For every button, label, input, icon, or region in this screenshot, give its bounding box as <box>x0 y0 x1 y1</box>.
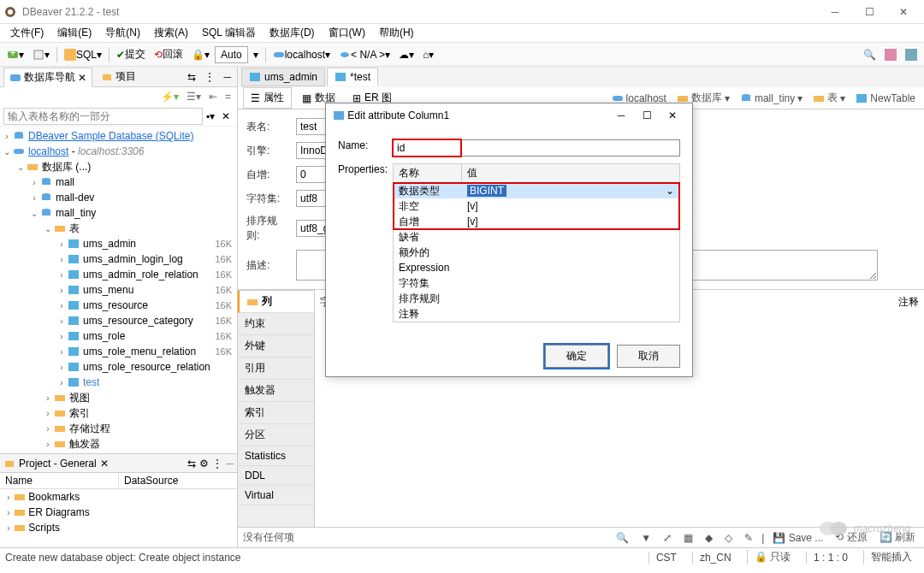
prop-tab-indexes[interactable]: 索引 <box>238 402 314 424</box>
prop-row[interactable]: 缺省 <box>394 229 679 245</box>
prop-tab-stats[interactable]: Statistics <box>238 446 314 466</box>
tree-table-row[interactable]: ›ums_admin16K <box>0 236 237 251</box>
bc-tables[interactable]: 表 ▾ <box>809 89 849 107</box>
panel-min-button[interactable]: ─ <box>221 69 234 85</box>
dialog-title-bar[interactable]: Edit attribute Column1 ─ ☐ ✕ <box>326 103 692 127</box>
commit-button[interactable]: ✔提交 <box>113 45 149 63</box>
prop-tab-triggers[interactable]: 触发器 <box>238 380 314 402</box>
add-icon[interactable]: ◆ <box>702 530 716 546</box>
menu-search[interactable]: 搜索(A) <box>147 24 195 42</box>
menu-nav[interactable]: 导航(N) <box>98 24 147 42</box>
dlg-props-table[interactable]: 名称值 数据类型BIGINT⌄ 非空[v] 自增[v] 缺省 额外的 Expre… <box>393 163 680 322</box>
tree-triggers[interactable]: 触发器 <box>69 437 100 452</box>
project-config-button[interactable]: ⚙ <box>199 458 209 470</box>
link-editor-button[interactable]: ⇆ <box>185 69 198 85</box>
edit-icon[interactable]: ✎ <box>741 530 756 546</box>
sql-button[interactable]: SQL▾ <box>61 47 105 62</box>
project-min-button[interactable]: ─ <box>226 458 234 470</box>
maximize-button[interactable]: ☐ <box>852 0 886 24</box>
bc-table[interactable]: NewTable <box>852 91 919 106</box>
editor-tab-test[interactable]: *test <box>327 68 378 86</box>
prop-row[interactable]: Expression <box>394 260 679 275</box>
menu-window[interactable]: 窗口(W) <box>322 24 372 42</box>
dialog-min-button[interactable]: ─ <box>608 109 634 121</box>
grid-icon[interactable]: ▦ <box>680 530 696 546</box>
dialog-ok-button[interactable]: 确定 <box>545 345 608 368</box>
dialog-max-button[interactable]: ☐ <box>634 109 660 121</box>
project-col-ds[interactable]: DataSource <box>119 473 237 488</box>
tree-table-row[interactable]: ›ums_admin_role_relation16K <box>0 267 237 282</box>
tree-root[interactable]: DBeaver Sample Database (SQLite) <box>28 130 193 142</box>
menu-sql[interactable]: SQL 编辑器 <box>195 24 263 42</box>
project-item[interactable]: › Bookmarks <box>0 489 237 505</box>
search-button[interactable]: 🔍 <box>860 47 880 62</box>
cloud-button[interactable]: ☁▾ <box>395 47 418 62</box>
expand-icon[interactable]: ⤢ <box>660 530 675 546</box>
nav-connect-button[interactable]: ⚡▾ <box>158 90 181 103</box>
auto-commit-combo[interactable]: Auto <box>215 46 248 63</box>
dialog-cancel-button[interactable]: 取消 <box>617 345 680 368</box>
prop-row[interactable]: 字符集 <box>394 275 679 291</box>
perspective-db-button[interactable] <box>881 47 900 62</box>
tree-table-row[interactable]: ›ums_resource16K <box>0 298 237 313</box>
editor-tab-umsadmin[interactable]: ums_admin <box>241 68 325 86</box>
prop-tab-columns[interactable]: 列 <box>238 291 314 313</box>
new-button[interactable]: ▾ <box>29 47 53 62</box>
tree-views[interactable]: 视图 <box>69 391 90 405</box>
nav-collapse-button[interactable]: ⇤ <box>206 90 220 103</box>
tree-table-row[interactable]: ›ums_menu16K <box>0 282 237 298</box>
conn-combo[interactable]: localhost ▾ <box>270 47 334 62</box>
new-connection-button[interactable]: +▾ <box>3 47 27 62</box>
tree-table-row[interactable]: ›ums_role16K <box>0 328 237 344</box>
nav-refresh-button[interactable]: = <box>222 90 234 103</box>
menu-edit[interactable]: 编辑(E) <box>50 24 98 42</box>
panel-menu-button[interactable]: ⋮ <box>202 69 217 85</box>
prop-row[interactable]: 注释 <box>394 306 679 322</box>
schema-combo[interactable]: < N/A > ▾ <box>335 47 394 62</box>
menu-database[interactable]: 数据库(D) <box>263 24 322 42</box>
tree-db-malltiny[interactable]: mall_tiny <box>56 207 96 219</box>
database-tree[interactable]: ›DBeaver Sample Database (SQLite) ⌄local… <box>0 127 237 453</box>
del-icon[interactable]: ◇ <box>721 530 736 546</box>
nav-settings-button[interactable]: ☰▾ <box>184 90 204 103</box>
project-item[interactable]: › ER Diagrams <box>0 505 237 520</box>
filter-icon[interactable]: ▼ <box>637 530 654 546</box>
prop-tab-refs[interactable]: 引用 <box>238 357 314 380</box>
tree-table-row[interactable]: ›ums_role_resource_relation <box>0 359 237 375</box>
nav-tab-database[interactable]: 数据库导航 ✕ <box>3 68 92 87</box>
prop-tab-parts[interactable]: 分区 <box>238 424 314 446</box>
nav-tab-project[interactable]: 项目 <box>96 68 141 86</box>
filter-history-button[interactable]: ✕ <box>218 109 234 124</box>
tree-procs[interactable]: 存储过程 <box>69 422 110 436</box>
home-button[interactable]: ⌂▾ <box>419 47 437 62</box>
filter-input[interactable] <box>3 108 203 125</box>
dialog-close-button[interactable]: ✕ <box>660 109 685 121</box>
prop-row[interactable]: 自增[v] <box>394 214 679 229</box>
prop-tab-virtual[interactable]: Virtual <box>238 486 314 505</box>
prop-tab-constraints[interactable]: 约束 <box>238 313 314 335</box>
tree-databases[interactable]: 数据库 (...) <box>42 160 91 174</box>
bc-db[interactable]: mall_tiny ▾ <box>737 91 806 106</box>
search-icon[interactable]: 🔍 <box>613 530 632 546</box>
project-sync-button[interactable]: ⇆ <box>187 458 196 470</box>
dlg-name-input[interactable] <box>393 139 461 157</box>
prop-tab-ddl[interactable]: DDL <box>238 466 314 486</box>
minimize-button[interactable]: ─ <box>818 0 852 24</box>
project-menu-button[interactable]: ⋮ <box>212 458 222 470</box>
tx-log-button[interactable]: ▾ <box>250 47 262 62</box>
prop-row[interactable]: 数据类型BIGINT⌄ <box>394 183 679 198</box>
prop-row[interactable]: 非空[v] <box>394 198 679 214</box>
tree-indexes[interactable]: 索引 <box>69 406 90 421</box>
filter-clear-button[interactable]: ▪▾ <box>203 109 218 124</box>
prop-row[interactable]: 额外的 <box>394 245 679 260</box>
tree-table-row[interactable]: ›ums_role_menu_relation16K <box>0 344 237 359</box>
menu-file[interactable]: 文件(F) <box>3 24 50 42</box>
project-col-name[interactable]: Name <box>0 473 119 488</box>
subtab-props[interactable]: ☰ 属性 <box>243 87 292 109</box>
tree-conn[interactable]: localhost <box>28 145 68 157</box>
tree-tables[interactable]: 表 <box>69 222 80 236</box>
rollback-button[interactable]: ⟲回滚 <box>151 45 187 63</box>
perspective-button[interactable] <box>902 47 921 62</box>
tree-table-row[interactable]: ›ums_admin_login_log16K <box>0 251 237 267</box>
tree-db-malldev[interactable]: mall-dev <box>56 192 94 204</box>
